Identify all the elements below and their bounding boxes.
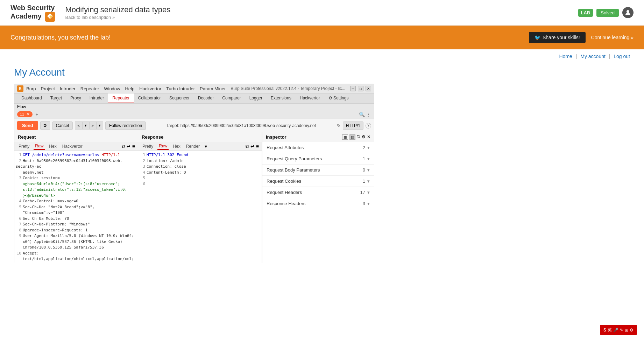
request-content[interactable]: 1GET /admin/delete?username=carlos HTTP/… — [14, 151, 138, 263]
req-line-3c: s:13:"administrator";s:12:"access_token"… — [16, 187, 136, 193]
dropdown-button[interactable]: ▾ — [82, 121, 89, 130]
http-help-icon[interactable]: ? — [366, 123, 371, 128]
tab-comparer[interactable]: Comparer — [218, 93, 245, 103]
more-icon[interactable]: ⋮ — [366, 112, 371, 117]
burp-menu-intruder[interactable]: Intruder — [60, 86, 76, 91]
repeater-tab-11[interactable]: 11 ✕ — [17, 111, 33, 117]
next-button[interactable]: > — [89, 121, 96, 130]
chevron-down-icon: ▾ — [367, 179, 370, 184]
maximize-button[interactable]: □ — [358, 86, 363, 91]
burp-menu-turbo[interactable]: Turbo Intruder — [166, 86, 195, 91]
inspector-list-icon[interactable]: ▤ — [349, 134, 355, 140]
req-tab-hackvertor[interactable]: Hackvertor — [61, 143, 84, 149]
back-to-lab-link[interactable]: Back to lab description » — [65, 15, 115, 20]
burp-menu-help[interactable]: Help — [125, 86, 134, 91]
my-account-link[interactable]: My account — [580, 54, 606, 59]
tab-logger[interactable]: Logger — [245, 93, 267, 103]
res-tab-hex[interactable]: Hex — [171, 143, 182, 149]
req-copy-icon[interactable]: ⧉ — [122, 144, 125, 149]
req-line-9c: Chrome/108.0.5359.125 Safari/537.36 — [16, 245, 136, 251]
follow-redirect-button[interactable]: Follow redirection — [105, 121, 146, 130]
tab-target[interactable]: Target — [46, 93, 66, 103]
flow-tab[interactable]: Flow — [17, 104, 26, 109]
inspector-settings-icon[interactable]: ⚙ — [362, 134, 366, 140]
next-dropdown-button[interactable]: ▾ — [96, 121, 103, 130]
res-tab-render[interactable]: Render — [185, 143, 201, 149]
res-more-icon[interactable]: ≡ — [256, 144, 259, 149]
send-button[interactable]: Send — [17, 121, 38, 130]
tab-repeater[interactable]: Repeater — [108, 93, 134, 103]
inspector-panel: Inspector ▦ ▤ ⇅ ⚙ ✕ Request Attributes 2… — [262, 132, 374, 263]
burp-menu-burp[interactable]: Burp — [26, 86, 36, 91]
user-avatar[interactable] — [622, 7, 634, 18]
burp-menu-project[interactable]: Project — [41, 86, 55, 91]
prev-button[interactable]: < — [75, 121, 82, 130]
new-tab-button[interactable]: + — [35, 112, 38, 117]
inspector-row-req-headers[interactable]: Request Headers 17 ▾ — [262, 187, 374, 198]
burp-logo: B — [17, 85, 23, 92]
req-more-icon[interactable]: ≡ — [132, 144, 135, 149]
res-line-3: 3Connection: close — [140, 164, 260, 170]
logout-link[interactable]: Log out — [614, 54, 630, 59]
req-wrap-icon[interactable]: ↵ — [127, 144, 131, 149]
inspector-row-request-attributes[interactable]: Request Attributes 2 ▾ — [262, 142, 374, 153]
continue-learning-link[interactable]: Continue learning » — [591, 35, 634, 40]
inspector-sort-icon[interactable]: ⇅ — [357, 134, 360, 140]
req-line-10: 10Accept: — [16, 251, 136, 257]
http-version-button[interactable]: HTTP/1 — [343, 121, 363, 130]
congratulations-banner: Congratulations, you solved the lab! 🐦 S… — [0, 26, 644, 49]
close-button[interactable]: ✕ — [366, 86, 371, 91]
banner-text: Congratulations, you solved the lab! — [10, 34, 111, 41]
close-tab-icon[interactable]: ✕ — [27, 112, 30, 116]
search-icon[interactable]: 🔍 — [359, 112, 365, 117]
inspector-row-query-params[interactable]: Request Query Parameters 1 ▾ — [262, 153, 374, 165]
inspector-row-res-headers[interactable]: Response Headers 3 ▾ — [262, 198, 374, 209]
req-tab-raw[interactable]: Raw — [34, 143, 45, 150]
share-button[interactable]: 🐦 Share your skills! — [529, 32, 586, 43]
req-line-10c: q=0.9,image/avif,image/webp,image/apng,*… — [16, 262, 136, 263]
burp-window-title: Burp Suite Professional v2022.12.4 - Tem… — [231, 86, 345, 91]
tab-dashboard[interactable]: Dashboard — [17, 93, 46, 103]
lab-badge: LAB — [578, 9, 593, 17]
res-copy-icon[interactable]: ⧉ — [246, 144, 249, 149]
send-options-button[interactable]: ⚙ — [40, 121, 50, 130]
tab-settings[interactable]: ⚙ Settings — [324, 93, 353, 103]
inspector-icon-group: ▦ ▤ ⇅ ⚙ ✕ — [342, 134, 370, 140]
tab-intruder[interactable]: Intruder — [85, 93, 108, 103]
inspector-grid-icon[interactable]: ▦ — [342, 134, 348, 140]
res-wrap-icon[interactable]: ↵ — [250, 144, 255, 149]
cancel-button[interactable]: Cancel — [52, 121, 73, 130]
burp-menu-hackvertor[interactable]: Hackvertor — [139, 86, 161, 91]
req-tab-hex[interactable]: Hex — [48, 143, 58, 149]
twitter-icon: 🐦 — [535, 35, 540, 40]
inspector-row-body-params[interactable]: Request Body Parameters 0 ▾ — [262, 165, 374, 176]
res-tab-raw[interactable]: Raw — [157, 143, 169, 150]
inspector-row-cookies[interactable]: Request Cookies 1 ▾ — [262, 176, 374, 187]
req-line-2b: ademy.net — [16, 170, 136, 176]
tab-collaborator[interactable]: Collaborator — [134, 93, 165, 103]
tab-proxy[interactable]: Proxy — [66, 93, 85, 103]
nav-buttons: < ▾ > ▾ — [75, 121, 103, 130]
edit-target-icon[interactable]: ✎ — [337, 123, 341, 128]
res-line-1: 1HTTP/1.1 302 Found — [140, 152, 260, 158]
res-tab-pretty[interactable]: Pretty — [141, 143, 155, 149]
flow-tab-row: Flow — [14, 104, 374, 110]
solved-badge: Solved — [596, 9, 619, 17]
burp-menu-window[interactable]: Window — [104, 86, 120, 91]
tab-extensions[interactable]: Extensions — [267, 93, 296, 103]
inspector-close-icon[interactable]: ✕ — [367, 134, 370, 140]
tab-hackvertor[interactable]: Hackvertor — [296, 93, 324, 103]
burp-menu-param[interactable]: Param Miner — [200, 86, 226, 91]
minimize-button[interactable]: ─ — [350, 86, 356, 91]
tab-sequencer[interactable]: Sequencer — [165, 93, 194, 103]
request-panel-tabs: Pretty Raw Hex Hackvertor ⧉ ↵ ≡ — [14, 142, 138, 151]
home-link[interactable]: Home — [559, 54, 572, 59]
req-line-3d: }<@/base64url> — [16, 193, 136, 199]
burp-menu-repeater[interactable]: Repeater — [80, 86, 99, 91]
res-dropdown-icon[interactable]: ▾ — [205, 144, 207, 149]
req-tab-pretty[interactable]: Pretty — [17, 143, 31, 149]
req-line-9: 9User-Agent: Mozilla/5.0 (Windows NT 10.… — [16, 233, 136, 239]
burp-window-controls: ─ □ ✕ — [350, 86, 371, 91]
tab-decoder[interactable]: Decoder — [194, 93, 218, 103]
req-line-2: 2Host: 0a9500c20399302ec04d31a1003f0098.… — [16, 158, 136, 170]
